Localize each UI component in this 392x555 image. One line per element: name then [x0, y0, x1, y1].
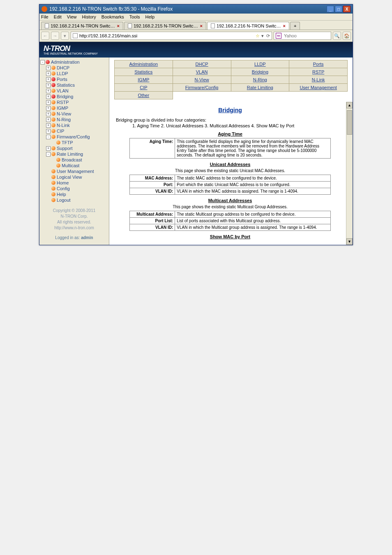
search-button[interactable]: 🔍 — [333, 32, 341, 40]
sidebar-item-rate-limiting[interactable]: -Rate Limiting — [40, 151, 108, 157]
maximize-button[interactable]: □ — [335, 6, 342, 12]
sidebar-item-firmware-config[interactable]: -Firmware/Config — [40, 134, 108, 140]
tab-1[interactable]: 192.168.2.215 N-TRON Switch f9:c9:f0 × — [124, 22, 206, 30]
expander-icon[interactable]: + — [46, 71, 51, 76]
sidebar-link[interactable]: N-View — [57, 111, 71, 116]
close-button[interactable]: X — [343, 6, 350, 12]
expander-icon[interactable]: + — [46, 83, 51, 88]
sidebar-link[interactable]: Statistics — [57, 83, 75, 88]
sidebar-link[interactable]: Administration — [51, 60, 80, 64]
sidebar-link[interactable]: CIP — [57, 129, 64, 134]
grid-link-lldp[interactable]: LLDP — [254, 62, 266, 67]
history-dropdown[interactable]: ▾ — [61, 32, 69, 40]
tab-2[interactable]: 192.168.2.216 N-TRON Switch fb:35:30 × — [207, 22, 289, 30]
sidebar-item-multicast[interactable]: Multicast — [40, 163, 108, 168]
sidebar-link[interactable]: IGMP — [57, 106, 68, 111]
sidebar-link[interactable]: N-Link — [57, 123, 70, 128]
scrollbar[interactable]: ▲ ▼ — [346, 102, 353, 245]
sidebar-item-user-management[interactable]: User Management — [40, 168, 108, 174]
sidebar-link[interactable]: Help — [57, 192, 66, 197]
grid-link-firmware-config[interactable]: Firmware/Config — [185, 85, 219, 90]
tab-close-icon[interactable]: × — [283, 23, 286, 28]
sidebar-item-ports[interactable]: +Ports — [40, 76, 108, 82]
sidebar-link[interactable]: N-Ring — [57, 117, 71, 122]
search-input[interactable] — [283, 33, 320, 39]
sidebar-item-n-link[interactable]: +N-Link — [40, 122, 108, 128]
grid-link-rate-limiting[interactable]: Rate Limiting — [247, 85, 273, 90]
grid-link-administration[interactable]: Administration — [129, 62, 158, 67]
sidebar-item-igmp[interactable]: +IGMP — [40, 105, 108, 111]
sidebar-item-statistics[interactable]: +Statistics — [40, 82, 108, 88]
menu-view[interactable]: View — [67, 14, 77, 19]
expander-icon[interactable]: - — [46, 152, 51, 157]
menu-tools[interactable]: Tools — [129, 14, 140, 19]
sidebar-item-tftp[interactable]: TFTP — [40, 140, 108, 145]
sidebar-link[interactable]: Config — [57, 186, 70, 191]
expander-icon[interactable]: + — [46, 117, 51, 122]
sidebar-link[interactable]: Firmware/Config — [57, 134, 90, 139]
minimize-button[interactable]: _ — [327, 6, 334, 12]
expander-icon[interactable]: + — [46, 146, 51, 151]
expander-icon[interactable]: + — [46, 66, 51, 70]
bookmark-star-icon[interactable]: ☆ — [256, 33, 260, 39]
sidebar-item-n-view[interactable]: +N-View — [40, 111, 108, 117]
sidebar-link[interactable]: DHCP — [57, 65, 69, 70]
url-dropdown-icon[interactable]: ▾ — [261, 33, 264, 39]
tab-0[interactable]: 192.168.2.214 N-TRON Switch f9:ca:20 × — [41, 22, 123, 30]
grid-link-statistics[interactable]: Statistics — [134, 69, 152, 74]
grid-link-dhcp[interactable]: DHCP — [196, 62, 208, 67]
titlebar[interactable]: 192.168.2.216 N-TRON Switch fb:35:30 - M… — [39, 5, 353, 14]
sidebar-link[interactable]: Bridging — [57, 94, 73, 99]
grid-link-n-link[interactable]: N-Link — [312, 77, 325, 82]
expander-icon[interactable]: + — [46, 106, 51, 111]
tab-close-icon[interactable]: × — [117, 23, 120, 28]
grid-link-n-ring[interactable]: N-Ring — [253, 77, 267, 82]
sidebar-link[interactable]: LLDP — [57, 71, 68, 76]
forward-button[interactable]: → — [51, 32, 59, 40]
grid-link-rstp[interactable]: RSTP — [312, 69, 324, 74]
sidebar-link[interactable]: Logout — [57, 198, 71, 203]
back-button[interactable]: ← — [41, 32, 49, 40]
grid-link-igmp[interactable]: IGMP — [138, 77, 149, 82]
sidebar-link[interactable]: Multicast — [62, 163, 79, 168]
grid-link-n-view[interactable]: N-View — [194, 77, 209, 82]
grid-link-other[interactable]: Other — [138, 93, 150, 98]
grid-link-cip[interactable]: CIP — [140, 85, 147, 90]
sidebar-item-dhcp[interactable]: +DHCP — [40, 65, 108, 71]
sidebar-item-help[interactable]: Help — [40, 191, 108, 197]
menu-file[interactable]: File — [41, 14, 48, 19]
menu-bookmarks[interactable]: Bookmarks — [101, 14, 124, 19]
yahoo-icon[interactable]: Y! — [276, 33, 281, 39]
sidebar-item-vlan[interactable]: +VLAN — [40, 88, 108, 94]
tab-close-icon[interactable]: × — [200, 23, 203, 28]
expander-icon[interactable]: - — [40, 60, 45, 64]
reload-button[interactable]: ⟳ — [266, 33, 270, 39]
sidebar-link[interactable]: VLAN — [57, 88, 69, 93]
expander-icon[interactable]: + — [46, 94, 51, 99]
search-box[interactable]: Y! — [274, 32, 331, 40]
menu-edit[interactable]: Edit — [54, 14, 62, 19]
home-button[interactable]: 🏠 — [343, 32, 351, 40]
expander-icon[interactable]: + — [46, 100, 51, 105]
address-bar[interactable]: http://192.168.2.216/main.ssi ☆ ▾ ⟳ — [71, 32, 272, 40]
sidebar-link[interactable]: Home — [57, 180, 69, 185]
sidebar-item-lldp[interactable]: +LLDP — [40, 71, 108, 76]
sidebar-item-logout[interactable]: Logout — [40, 197, 108, 203]
scroll-thumb[interactable] — [347, 110, 352, 135]
sidebar-link[interactable]: User Management — [57, 169, 94, 174]
expander-icon[interactable]: + — [46, 129, 51, 134]
sidebar-link[interactable]: Ports — [57, 77, 67, 82]
expander-icon[interactable]: - — [46, 135, 51, 139]
sidebar-item-logical-view[interactable]: Logical View — [40, 174, 108, 180]
sidebar-item-home[interactable]: Home — [40, 180, 108, 186]
sidebar-item-support[interactable]: +Support — [40, 145, 108, 151]
sidebar-item-cip[interactable]: +CIP — [40, 128, 108, 134]
sidebar-link[interactable]: Logical View — [57, 175, 82, 180]
expander-icon[interactable]: + — [46, 89, 51, 93]
sidebar-item-config[interactable]: Config — [40, 186, 108, 191]
sidebar-link[interactable]: RSTP — [57, 100, 69, 105]
sidebar-item-n-ring[interactable]: +N-Ring — [40, 117, 108, 122]
sidebar-item-broadcast[interactable]: Broadcast — [40, 157, 108, 163]
expander-icon[interactable]: + — [46, 123, 51, 128]
sidebar-link[interactable]: TFTP — [62, 140, 73, 145]
